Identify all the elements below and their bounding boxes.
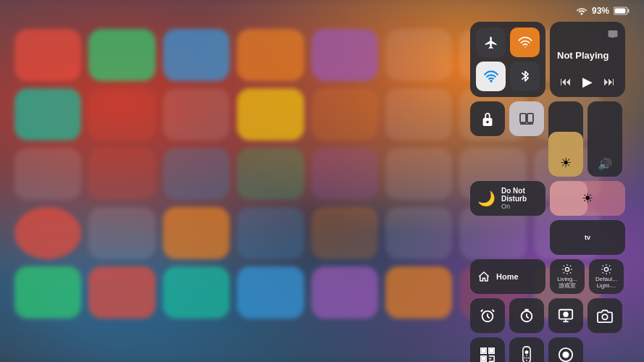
screen-lock-button[interactable] xyxy=(470,101,505,136)
cc-row-6 xyxy=(470,337,630,362)
camera-button[interactable] xyxy=(587,298,622,333)
svg-point-6 xyxy=(486,121,489,124)
svg-point-10 xyxy=(565,268,569,272)
cc-row-5 xyxy=(470,298,630,333)
svg-rect-23 xyxy=(482,358,485,361)
svg-rect-3 xyxy=(615,9,626,14)
record-button[interactable] xyxy=(548,337,583,362)
connectivity-tile xyxy=(470,22,545,97)
airplay-icon xyxy=(557,29,618,38)
wifi-icon xyxy=(576,7,587,15)
playback-controls: ⏮ ▶ ⏭ xyxy=(557,74,618,90)
remote-control-button[interactable] xyxy=(509,337,544,362)
svg-point-29 xyxy=(525,351,527,353)
prev-button[interactable]: ⏮ xyxy=(560,75,572,88)
cc-row-3: 🌙 Do Not Disturb On ☀ tv xyxy=(470,181,630,255)
qr-scanner-button[interactable] xyxy=(470,337,505,362)
alarm-button[interactable] xyxy=(470,298,505,333)
svg-rect-21 xyxy=(482,350,485,353)
empty-slot xyxy=(587,337,622,362)
volume-slider[interactable]: 🔊 xyxy=(587,101,622,177)
status-bar: 93% xyxy=(576,6,630,16)
svg-rect-2 xyxy=(628,9,630,13)
default-light-scene[interactable]: Defaul...Light-... xyxy=(589,259,624,294)
wifi-toggle-button[interactable] xyxy=(476,62,506,91)
living-room-scene[interactable]: Living...游戏室 xyxy=(550,259,585,294)
svg-point-0 xyxy=(580,13,582,15)
battery-percent: 93% xyxy=(592,6,609,16)
home-label: Home xyxy=(496,272,519,281)
svg-point-36 xyxy=(563,352,568,357)
control-center: Not Playing ⏮ ▶ ⏭ ☀ xyxy=(470,22,630,362)
now-playing-tile[interactable]: Not Playing ⏮ ▶ ⏭ xyxy=(550,22,625,97)
volume-icon: 🔊 xyxy=(598,157,612,171)
home-button[interactable]: Home xyxy=(470,259,545,294)
right-column-sliders: ☀ tv xyxy=(550,181,625,255)
cellular-button[interactable] xyxy=(510,28,540,57)
svg-point-16 xyxy=(564,312,568,316)
brightness-slider-wide[interactable]: ☀ xyxy=(550,181,625,216)
screen-mirror-button[interactable] xyxy=(509,101,544,136)
svg-rect-8 xyxy=(527,114,533,123)
next-button[interactable]: ⏭ xyxy=(603,75,615,88)
bluetooth-toggle-button[interactable] xyxy=(510,62,540,91)
brightness-icon: ☀ xyxy=(560,155,572,171)
cc-row-4: Home Living...游戏室 Defaul...Light-... xyxy=(470,259,630,294)
svg-point-17 xyxy=(602,314,607,319)
airplane-mode-button[interactable] xyxy=(476,28,506,57)
battery-icon xyxy=(614,7,630,15)
brightness-slider[interactable]: ☀ xyxy=(548,101,583,177)
dnd-title: Do Not Disturb xyxy=(501,187,538,203)
timer-button[interactable] xyxy=(509,298,544,333)
svg-rect-28 xyxy=(523,347,530,362)
svg-point-11 xyxy=(604,268,608,272)
do-not-disturb-button[interactable]: 🌙 Do Not Disturb On xyxy=(470,181,545,216)
cc-row-2: ☀ 🔊 xyxy=(470,101,630,177)
living-room-label: Living...游戏室 xyxy=(557,277,577,290)
svg-point-4 xyxy=(490,80,492,82)
svg-rect-22 xyxy=(490,350,493,353)
dnd-subtitle: On xyxy=(501,203,538,210)
now-playing-title: Not Playing xyxy=(557,50,618,62)
svg-rect-7 xyxy=(520,114,526,123)
apple-tv-button[interactable]: tv xyxy=(550,220,625,255)
screen-record-button[interactable] xyxy=(548,298,583,333)
default-light-label: Defaul...Light-... xyxy=(595,277,617,290)
play-button[interactable]: ▶ xyxy=(582,74,593,90)
cc-row-1: Not Playing ⏮ ▶ ⏭ xyxy=(470,22,630,97)
